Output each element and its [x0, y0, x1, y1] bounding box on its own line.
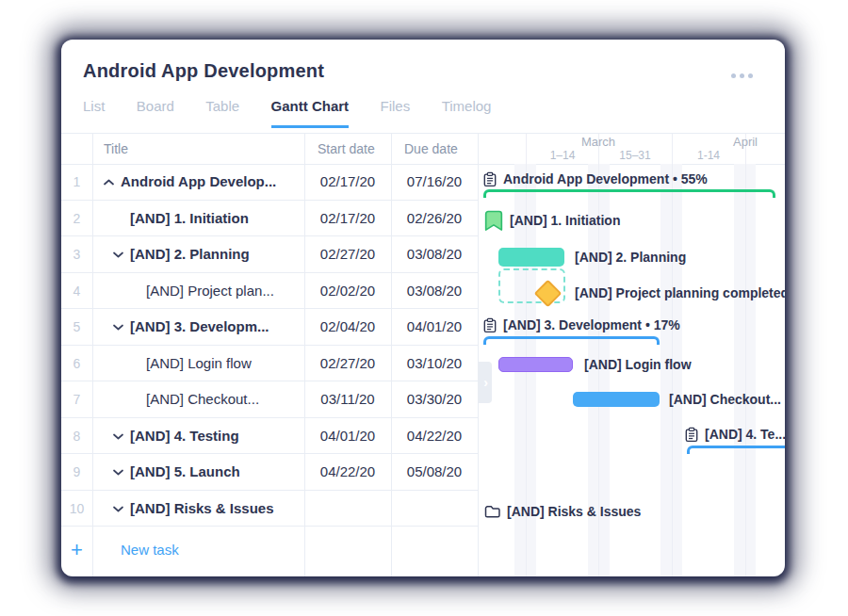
gantt-view-content: Title Start date Due date 1 Android App …	[61, 133, 785, 576]
clipboard-icon	[483, 171, 497, 187]
column-header-start-date: Start date	[318, 134, 375, 164]
row-number: 10	[61, 491, 92, 527]
task-title: [AND] Project plan...	[146, 273, 274, 310]
tab-gantt-chart[interactable]: Gantt Chart	[271, 98, 350, 128]
row-number: 4	[61, 273, 92, 310]
view-tabs: List Board Table Gantt Chart Files Timel…	[83, 98, 518, 133]
start-date: 04/22/20	[304, 454, 391, 491]
tab-files[interactable]: Files	[381, 98, 411, 125]
chevron-down-icon[interactable]	[113, 251, 123, 258]
start-date: 02/02/20	[304, 273, 391, 310]
new-task-row[interactable]: New task	[61, 527, 478, 576]
table-row[interactable]: 2 [AND] 1. Initiation 02/17/20 02/26/20	[61, 201, 478, 237]
task-title: [AND] 3. Developm...	[130, 309, 269, 346]
gantt-chart-area: March April 1–14 15–31 1-14 Android App …	[478, 134, 785, 576]
gantt-label: [AND] 2. Planning	[575, 250, 686, 265]
login-flow-bar[interactable]	[498, 357, 573, 372]
due-date: 04/22/20	[391, 418, 478, 455]
due-date: 03/08/20	[391, 236, 478, 273]
start-date: 02/17/20	[304, 201, 391, 237]
plus-icon[interactable]	[61, 527, 92, 574]
start-date: 04/01/20	[304, 418, 391, 455]
start-date: 02/27/20	[304, 236, 391, 273]
task-title: Android App Develop...	[121, 164, 276, 201]
task-title: [AND] Checkout...	[146, 381, 259, 418]
gantt-risks[interactable]: [AND] Risks & Issues	[484, 501, 641, 522]
timeline-gridline	[745, 134, 746, 576]
dot-icon	[740, 73, 744, 78]
table-row[interactable]: 6 [AND] Login flow 02/27/20 03/10/20	[61, 346, 478, 382]
task-title: [AND] Risks & Issues	[130, 491, 274, 527]
chevron-down-icon[interactable]	[113, 506, 123, 512]
planning-task-bar[interactable]	[498, 248, 564, 267]
project-window: Android App Development List Board Table…	[61, 40, 785, 576]
dot-icon	[748, 73, 753, 78]
gantt-label: [AND] 1. Initiation	[510, 213, 620, 228]
gantt-label: [AND] Checkout...	[669, 392, 781, 407]
checkout-bar[interactable]	[573, 392, 660, 407]
tab-timelog[interactable]: Timelog	[442, 98, 492, 125]
pane-expand-handle[interactable]	[478, 362, 492, 403]
row-number: 2	[61, 201, 92, 237]
project-summary-bar[interactable]	[483, 189, 775, 198]
page-background: Android App Development List Board Table…	[0, 0, 848, 616]
row-number: 7	[61, 381, 92, 418]
chevron-down-icon[interactable]	[113, 469, 123, 476]
column-header-title: Title	[104, 134, 128, 164]
gantt-project-summary[interactable]: Android App Development • 55%	[483, 169, 708, 189]
table-row[interactable]: 4 [AND] Project plan... 02/02/20 03/08/2…	[61, 273, 478, 310]
clipboard-icon	[685, 427, 698, 443]
gantt-label: [AND] Risks & Issues	[507, 504, 641, 519]
gantt-checkout: [AND] Checkout...	[669, 389, 781, 410]
gantt-label: [AND] Project planning completed	[575, 285, 785, 300]
gantt-planning: [AND] 2. Planning	[575, 247, 686, 267]
period-label: 1-14	[672, 149, 745, 164]
row-number: 6	[61, 346, 92, 382]
task-title: [AND] 1. Initiation	[130, 201, 249, 237]
due-date: 04/01/20	[391, 309, 478, 346]
dot-icon	[731, 73, 736, 78]
gantt-label: [AND] 4. Te...	[705, 427, 785, 442]
task-title: [AND] 4. Testing	[130, 418, 239, 455]
due-date: 03/30/20	[391, 381, 478, 418]
chevron-down-icon[interactable]	[113, 324, 123, 331]
start-date: 02/17/20	[304, 164, 391, 201]
table-row[interactable]: 1 Android App Develop... 02/17/20 07/16/…	[61, 164, 478, 201]
table-row[interactable]: 8 [AND] 4. Testing 04/01/20 04/22/20	[61, 418, 478, 455]
row-number: 5	[61, 309, 92, 346]
table-row[interactable]: 10 [AND] Risks & Issues	[61, 491, 478, 527]
testing-summary-bar[interactable]	[687, 446, 785, 454]
chevron-down-icon[interactable]	[113, 433, 123, 440]
flag-bookmark-icon	[484, 210, 503, 232]
row-number: 9	[61, 454, 92, 491]
gantt-initiation[interactable]: [AND] 1. Initiation	[484, 210, 620, 231]
task-title: [AND] Login flow	[146, 346, 252, 382]
start-date: 03/11/20	[304, 381, 391, 418]
due-date: 07/16/20	[391, 164, 478, 201]
column-header-due-date: Due date	[404, 134, 458, 164]
due-date: 02/26/20	[391, 201, 478, 237]
clipboard-icon	[483, 317, 497, 333]
page-title: Android App Development	[83, 60, 324, 82]
start-date: 02/04/20	[304, 309, 391, 346]
table-row[interactable]: 7 [AND] Checkout... 03/11/20 03/30/20	[61, 381, 478, 418]
development-summary-bar[interactable]	[483, 336, 660, 345]
table-row[interactable]: 5 [AND] 3. Developm... 02/04/20 04/01/20	[61, 309, 478, 346]
gantt-testing-summary[interactable]: [AND] 4. Te...	[685, 424, 785, 445]
due-date: 03/08/20	[391, 273, 478, 310]
task-title: [AND] 2. Planning	[130, 236, 250, 273]
chevron-up-icon[interactable]	[104, 179, 114, 186]
more-menu-button[interactable]	[731, 73, 753, 78]
month-label-april: April	[672, 134, 785, 149]
folder-icon	[484, 505, 500, 518]
task-title: [AND] 5. Launch	[130, 454, 240, 491]
new-task-button[interactable]: New task	[121, 527, 179, 574]
table-row[interactable]: 3 [AND] 2. Planning 02/27/20 03/08/20	[61, 236, 478, 273]
gantt-milestone: [AND] Project planning completed	[575, 283, 785, 303]
gantt-label: [AND] Login flow	[584, 357, 692, 372]
tab-list[interactable]: List	[83, 98, 105, 125]
tab-board[interactable]: Board	[137, 98, 174, 125]
table-row[interactable]: 9 [AND] 5. Launch 04/22/20 05/08/20	[61, 454, 478, 491]
gantt-development-summary[interactable]: [AND] 3. Development • 17%	[483, 315, 680, 335]
tab-table[interactable]: Table	[205, 98, 239, 125]
